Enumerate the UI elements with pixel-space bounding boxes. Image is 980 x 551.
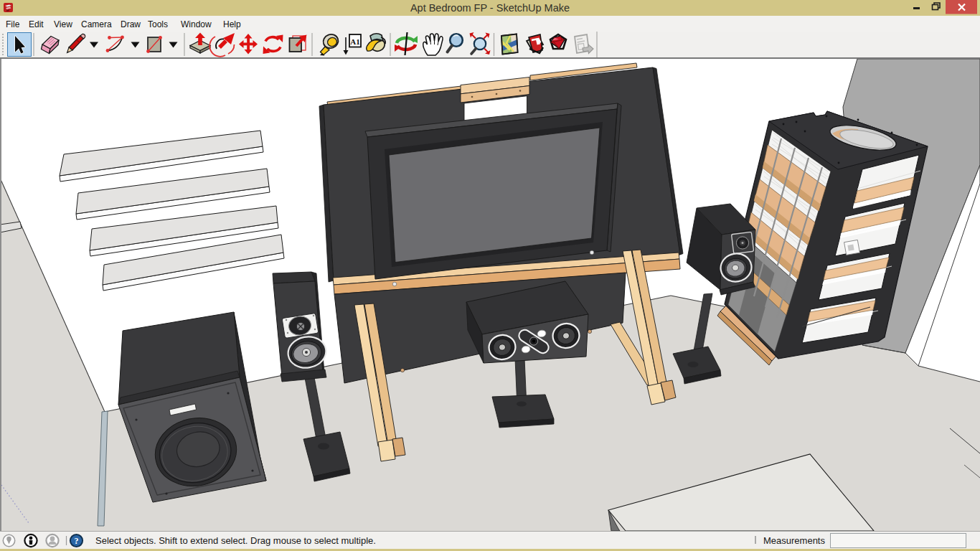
- svg-text:?: ?: [75, 536, 79, 546]
- svg-text:A1: A1: [350, 37, 359, 46]
